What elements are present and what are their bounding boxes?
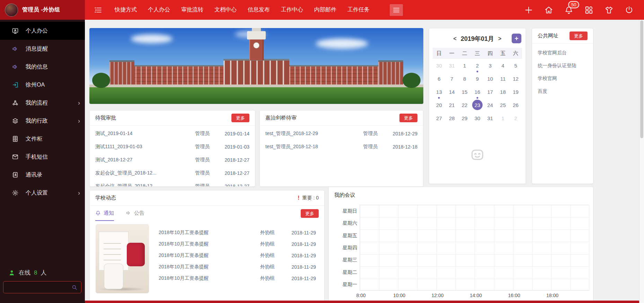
topnav-item-2[interactable]: 审批流转 — [181, 6, 203, 14]
calendar-day[interactable]: 26 — [509, 98, 522, 112]
topnav-item-1[interactable]: 个人办公 — [148, 6, 170, 14]
calendar-day[interactable]: 13 — [433, 85, 445, 98]
apps-icon[interactable] — [584, 6, 593, 15]
list-row[interactable]: 发起会议_管理员_2018-12...管理员2018-12-27 — [90, 180, 255, 187]
power-icon[interactable] — [625, 6, 634, 15]
sidebar-item-1[interactable]: 消息提醒 — [0, 40, 85, 58]
scrollbar-thumb[interactable] — [640, 20, 643, 138]
calendar-prev-button[interactable]: < — [453, 36, 457, 42]
calendar-day[interactable]: 1 — [496, 112, 509, 125]
scrollbar[interactable] — [639, 20, 644, 303]
list-row[interactable]: 测试_2018-12-27管理员2018-12-27 — [90, 153, 255, 167]
link-item-2[interactable]: 学校官网 — [532, 72, 593, 85]
topnav-item-7[interactable]: 工作任务 — [347, 6, 370, 14]
calendar-day[interactable]: 2 — [509, 112, 522, 125]
calendar-day[interactable]: 17 — [484, 85, 496, 98]
sidebar-item-9[interactable]: 个人设置› — [0, 184, 85, 202]
calendar-day[interactable]: 3 — [484, 59, 496, 72]
calendar-day[interactable]: 28 — [445, 112, 458, 125]
calendar-day[interactable]: 6 — [433, 72, 445, 85]
topnav-item-5[interactable]: 工作中心 — [281, 6, 303, 14]
topnav-item-3[interactable]: 文档中心 — [214, 6, 237, 14]
calendar-day[interactable]: 30 — [433, 59, 445, 72]
calendar-day[interactable]: 10 — [484, 72, 496, 85]
calendar-day[interactable]: 24 — [484, 98, 496, 112]
list-row[interactable]: 测试1111_2019-01-03管理员2019-01-03 — [90, 140, 255, 153]
more-button[interactable]: 更多 — [231, 114, 249, 122]
row-date: 2018-12-18 — [384, 144, 417, 150]
search-box — [3, 281, 81, 293]
link-item-1[interactable]: 统一身份认证登陆 — [532, 59, 593, 72]
sidebar-item-2[interactable]: 我的信息 — [0, 58, 85, 76]
calendar-day[interactable]: 31 — [484, 112, 496, 125]
calendar-day[interactable]: 18 — [496, 85, 509, 98]
row-author: 管理员 — [188, 157, 216, 163]
sidebar-item-8[interactable]: 通讯录 — [0, 166, 85, 184]
sidebar-item-4[interactable]: 我的流程› — [0, 94, 85, 112]
calendar-day[interactable]: 9 — [471, 72, 484, 85]
panel-title: 公共网址 — [538, 33, 558, 39]
calendar-day[interactable]: 19 — [509, 85, 522, 98]
link-item-3[interactable]: 百度 — [532, 85, 593, 98]
sidebar-item-5[interactable]: 我的行政› — [0, 112, 85, 130]
calendar-day[interactable]: 27 — [433, 112, 445, 125]
calendar-day[interactable]: 16 — [471, 85, 484, 98]
search-icon[interactable] — [71, 284, 81, 291]
calendar-day[interactable]: 14 — [445, 85, 458, 98]
search-input[interactable] — [3, 285, 71, 290]
news-tab-0[interactable]: 通知 — [95, 206, 114, 221]
bell-icon[interactable]: 50 — [564, 6, 573, 15]
shirt-icon[interactable] — [605, 6, 614, 15]
home-icon[interactable] — [544, 6, 553, 15]
calendar-day[interactable]: 22 — [458, 98, 471, 112]
calendar-day[interactable]: 12 — [509, 72, 522, 85]
calendar-next-button[interactable]: > — [498, 36, 501, 42]
sidebar-item-3[interactable]: 徐州OA — [0, 76, 85, 94]
collapse-menu-button[interactable] — [94, 6, 102, 14]
calendar-day[interactable]: 25 — [496, 98, 509, 112]
list-row[interactable]: 2018年10月工资条提醒外协组2018-11-29 — [159, 250, 319, 261]
list-row[interactable]: 2018年10月工资条提醒外协组2018-11-29 — [159, 238, 319, 250]
calendar-day[interactable]: 2 — [471, 59, 484, 72]
menu-toggle-button[interactable] — [390, 4, 403, 16]
list-row[interactable]: 发起会议_管理员_2018-12...管理员2018-12-27 — [90, 167, 255, 180]
more-button[interactable]: 更多 — [301, 209, 319, 218]
list-row[interactable]: 2018年10月工资条提醒外协组2018-11-29 — [159, 273, 319, 284]
calendar-day[interactable]: 30 — [471, 112, 484, 125]
link-item-0[interactable]: 学校官网后台 — [532, 46, 593, 59]
online-label: 在线 — [19, 269, 30, 277]
news-thumbnail[interactable] — [96, 224, 149, 293]
list-row[interactable]: 2018年10月工资条提醒外协组2018-11-29 — [159, 261, 319, 273]
list-row[interactable]: test_管理员_2018-12-29管理员2018-12-29 — [260, 127, 423, 140]
list-row[interactable]: test_管理员_2018-12-18管理员2018-12-18 — [260, 140, 423, 153]
sidebar-item-6[interactable]: 文件柜 — [0, 130, 85, 148]
sidebar-item-label: 我的信息 — [26, 63, 48, 71]
avatar[interactable] — [5, 3, 18, 17]
more-button[interactable]: 更多 — [570, 32, 588, 40]
sidebar-item-7[interactable]: 手机短信 — [0, 148, 85, 166]
calendar-day[interactable]: 7 — [445, 72, 458, 85]
topnav-item-6[interactable]: 内部邮件 — [314, 6, 336, 14]
calendar-day[interactable]: 1 — [458, 59, 471, 72]
calendar-day[interactable]: 21 — [445, 98, 458, 112]
calendar-day[interactable]: 23 — [471, 98, 484, 112]
list-row[interactable]: 2018年10月工资条提醒外协组2018-11-29 — [159, 227, 319, 238]
calendar-day[interactable]: 5 — [509, 59, 522, 72]
more-button[interactable]: 更多 — [399, 114, 417, 122]
topnav-item-0[interactable]: 快捷方式 — [115, 6, 137, 14]
sidebar-item-0[interactable]: 个人办公 — [0, 22, 85, 40]
calendar-day[interactable]: 11 — [496, 72, 509, 85]
calendar-add-button[interactable]: + — [512, 34, 521, 43]
banner-road — [89, 84, 423, 87]
calendar-day[interactable]: 4 — [496, 59, 509, 72]
news-tab-1[interactable]: 公告 — [126, 206, 144, 221]
plus-icon[interactable] — [524, 6, 533, 15]
calendar-day[interactable]: 20 — [433, 98, 445, 112]
topnav-item-4[interactable]: 信息发布 — [248, 6, 270, 14]
calendar-day[interactable]: 31 — [445, 59, 458, 72]
cambridge-list: test_管理员_2018-12-29管理员2018-12-29test_管理员… — [260, 126, 423, 153]
calendar-day[interactable]: 29 — [458, 112, 471, 125]
calendar-day[interactable]: 8 — [458, 72, 471, 85]
calendar-day[interactable]: 15 — [458, 85, 471, 98]
list-row[interactable]: 测试_2019-01-14管理员2019-01-14 — [90, 127, 255, 140]
